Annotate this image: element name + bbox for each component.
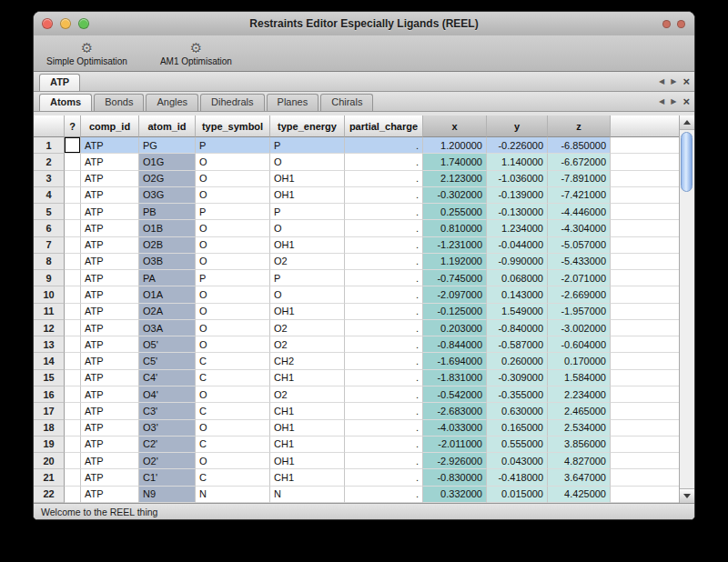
- cell-partial-charge[interactable]: .: [345, 370, 423, 386]
- cell-y[interactable]: -0.139000: [487, 187, 548, 204]
- cell-type-energy[interactable]: CH1: [270, 437, 345, 453]
- row-number[interactable]: 20: [34, 453, 65, 469]
- cell-comp-id[interactable]: ATP: [81, 386, 139, 403]
- cell-y[interactable]: -0.130000: [487, 204, 548, 220]
- cell-partial-charge[interactable]: .: [345, 220, 423, 236]
- row-number[interactable]: 16: [34, 386, 65, 403]
- row-number[interactable]: 22: [34, 487, 65, 503]
- row-number[interactable]: 15: [34, 370, 65, 386]
- cell-type-symbol[interactable]: O: [196, 420, 270, 437]
- cell-atom-id[interactable]: PG: [139, 137, 196, 154]
- cell-x[interactable]: -2.011000: [423, 437, 487, 453]
- tab-atoms[interactable]: Atoms: [39, 94, 92, 111]
- cell-type-symbol[interactable]: N: [196, 487, 270, 503]
- row-number[interactable]: 8: [34, 254, 65, 270]
- cell-x[interactable]: -1.831000: [423, 370, 487, 386]
- cell-comp-id[interactable]: ATP: [81, 304, 139, 320]
- tab-chirals[interactable]: Chirals: [320, 94, 373, 111]
- row-number[interactable]: 5: [34, 204, 65, 220]
- cell-comp-id[interactable]: ATP: [81, 320, 139, 336]
- cell-flag[interactable]: [65, 137, 81, 154]
- cell-z[interactable]: -6.672000: [548, 154, 611, 170]
- cell-z[interactable]: -4.446000: [548, 204, 611, 220]
- cell-y[interactable]: -0.840000: [487, 320, 548, 336]
- col-header-z[interactable]: z: [548, 115, 611, 137]
- cell-type-symbol[interactable]: O: [196, 320, 270, 336]
- cell-y[interactable]: 0.260000: [487, 353, 548, 369]
- row-number[interactable]: 11: [34, 304, 65, 320]
- cell-flag[interactable]: [65, 437, 81, 453]
- cell-flag[interactable]: [65, 403, 81, 419]
- row-number[interactable]: 4: [34, 187, 65, 204]
- cell-z[interactable]: -3.002000: [548, 320, 611, 336]
- col-header-y[interactable]: y: [487, 115, 548, 137]
- cell-partial-charge[interactable]: .: [345, 270, 423, 286]
- cell-z[interactable]: -5.057000: [548, 237, 611, 254]
- cell-y[interactable]: 0.043000: [487, 453, 548, 469]
- cell-atom-id[interactable]: O1A: [139, 286, 196, 303]
- cell-atom-id[interactable]: O3B: [139, 254, 196, 270]
- cell-flag[interactable]: [65, 304, 81, 320]
- cell-x[interactable]: -0.745000: [423, 270, 487, 286]
- cell-flag[interactable]: [65, 187, 81, 204]
- cell-flag[interactable]: [65, 220, 81, 236]
- tab-scroll-right-icon[interactable]: ▶: [671, 98, 676, 105]
- cell-type-energy[interactable]: O: [270, 286, 345, 303]
- cell-x[interactable]: -0.125000: [423, 304, 487, 320]
- row-number[interactable]: 3: [34, 171, 65, 187]
- simple-optimisation-button[interactable]: ⚙ Simple Optimisation: [41, 40, 133, 67]
- row-number[interactable]: 18: [34, 420, 65, 437]
- cell-flag[interactable]: [65, 487, 81, 503]
- cell-flag[interactable]: [65, 453, 81, 469]
- cell-z[interactable]: -2.669000: [548, 286, 611, 303]
- cell-type-symbol[interactable]: O: [196, 304, 270, 320]
- cell-x[interactable]: 0.255000: [423, 204, 487, 220]
- cell-type-symbol[interactable]: O: [196, 254, 270, 270]
- cell-flag[interactable]: [65, 270, 81, 286]
- cell-z[interactable]: 0.170000: [548, 353, 611, 369]
- cell-y[interactable]: -0.226000: [487, 137, 548, 154]
- cell-type-symbol[interactable]: O: [196, 171, 270, 187]
- cell-atom-id[interactable]: C3': [139, 403, 196, 419]
- row-number[interactable]: 2: [34, 154, 65, 170]
- cell-comp-id[interactable]: ATP: [81, 469, 139, 486]
- cell-z[interactable]: -4.304000: [548, 220, 611, 236]
- cell-partial-charge[interactable]: .: [345, 187, 423, 204]
- cell-type-symbol[interactable]: C: [196, 437, 270, 453]
- cell-type-energy[interactable]: OH1: [270, 420, 345, 437]
- cell-atom-id[interactable]: C2': [139, 437, 196, 453]
- cell-comp-id[interactable]: ATP: [81, 204, 139, 220]
- cell-atom-id[interactable]: N9: [139, 487, 196, 503]
- cell-y[interactable]: -0.355000: [487, 386, 548, 403]
- cell-type-symbol[interactable]: O: [196, 336, 270, 353]
- cell-flag[interactable]: [65, 370, 81, 386]
- cell-type-energy[interactable]: O2: [270, 386, 345, 403]
- cell-atom-id[interactable]: C4': [139, 370, 196, 386]
- col-header-flag[interactable]: ?: [65, 115, 81, 137]
- cell-partial-charge[interactable]: .: [345, 254, 423, 270]
- cell-x[interactable]: 0.203000: [423, 320, 487, 336]
- cell-type-energy[interactable]: OH1: [270, 453, 345, 469]
- cell-type-energy[interactable]: O2: [270, 336, 345, 353]
- cell-comp-id[interactable]: ATP: [81, 353, 139, 369]
- cell-type-symbol[interactable]: C: [196, 353, 270, 369]
- cell-comp-id[interactable]: ATP: [81, 270, 139, 286]
- cell-partial-charge[interactable]: .: [345, 320, 423, 336]
- cell-flag[interactable]: [65, 254, 81, 270]
- cell-atom-id[interactable]: O3A: [139, 320, 196, 336]
- cell-y[interactable]: 0.555000: [487, 437, 548, 453]
- cell-flag[interactable]: [65, 154, 81, 170]
- cell-partial-charge[interactable]: .: [345, 437, 423, 453]
- cell-x[interactable]: -2.926000: [423, 453, 487, 469]
- cell-type-energy[interactable]: P: [270, 137, 345, 154]
- cell-x[interactable]: 1.200000: [423, 137, 487, 154]
- cell-atom-id[interactable]: PA: [139, 270, 196, 286]
- cell-z[interactable]: 3.856000: [548, 437, 611, 453]
- cell-partial-charge[interactable]: .: [345, 420, 423, 437]
- cell-atom-id[interactable]: O1G: [139, 154, 196, 170]
- cell-type-symbol[interactable]: O: [196, 154, 270, 170]
- cell-comp-id[interactable]: ATP: [81, 220, 139, 236]
- cell-partial-charge[interactable]: .: [345, 353, 423, 369]
- cell-x[interactable]: -0.302000: [423, 187, 487, 204]
- cell-flag[interactable]: [65, 320, 81, 336]
